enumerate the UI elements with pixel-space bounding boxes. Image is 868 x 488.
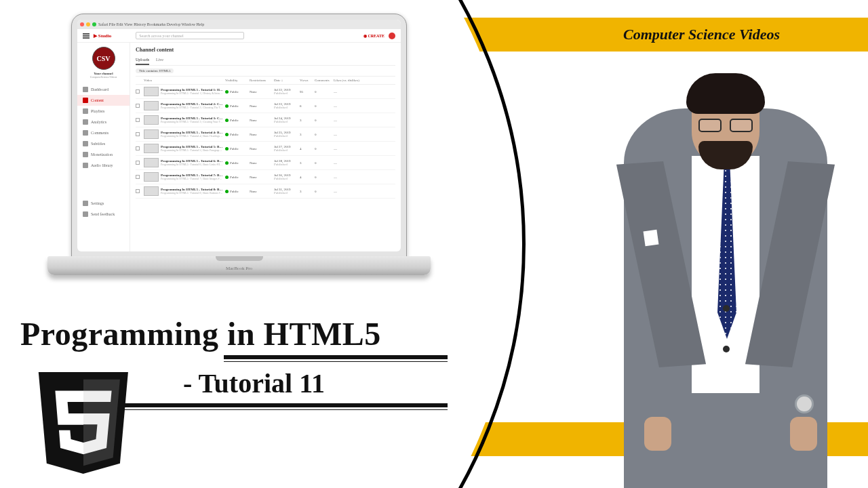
nav-analytics[interactable]: Analytics [77,117,130,127]
comments-cell: 0 [315,161,334,165]
filter-chip[interactable]: Title contains: HTML5 [136,68,174,73]
visibility-cell[interactable]: Public [225,176,250,179]
analytics-icon [83,119,88,125]
hamburger-icon[interactable] [83,33,90,39]
nav-label: Monetization [91,152,113,157]
col-views[interactable]: Views [300,79,315,82]
table-row[interactable]: Programming In HTML5 - Tutorial 8: Basic… [136,184,395,199]
views-cell: 4 [300,176,315,179]
table-row[interactable]: Programming In HTML5 - Tutorial 7: Basic… [136,170,395,184]
row-checkbox[interactable] [136,132,140,136]
row-checkbox[interactable] [136,89,140,94]
audio-icon [83,163,88,168]
col-likes[interactable]: Likes (vs. dislikes) [334,79,361,82]
video-thumbnail[interactable] [144,158,159,167]
nav-subtitles[interactable]: Subtitles [77,138,130,149]
table-row[interactable]: Programming In HTML5 - Tutorial 6: Basic… [136,156,395,170]
row-checkbox[interactable] [136,146,140,150]
table-row[interactable]: Programming In HTML5 - Tutorial 4: Basic… [136,127,395,142]
create-button[interactable]: ◉ CREATE [363,33,384,38]
table-row[interactable]: Programming In HTML5 - Tutorial 1: Histo… [136,85,395,99]
row-checkbox[interactable] [136,189,140,193]
tab-uploads[interactable]: Uploads [136,56,149,65]
laptop-mockup: Safari File Edit View History Bookmarks … [47,14,431,291]
brand-title: Computer Science Videos [623,26,780,43]
comments-cell: 0 [315,147,334,150]
feedback-icon [83,211,88,217]
nav-feedback[interactable]: Send feedback [77,209,130,220]
studio-sidebar: CSV Your channel ComputerScienceVideos D… [77,43,130,251]
views-cell: 95 [300,90,315,94]
likes-cell: — [334,133,361,136]
table-row[interactable]: Programming In HTML5 - Tutorial 2: Choos… [136,99,395,113]
visibility-cell[interactable]: Public [225,104,250,108]
visibility-cell[interactable]: Public [225,147,250,150]
video-description: Programming In HTML5 · Tutorial 1 | Hist… [161,92,223,95]
likes-cell: — [334,104,361,108]
laptop-model-label: MacBook Pro [47,266,431,271]
nav-audio-library[interactable]: Audio library [77,160,130,171]
video-thumbnail[interactable] [144,115,159,125]
row-checkbox[interactable] [136,175,140,179]
playlists-icon [83,108,88,114]
column-headers: Video Visibility Restrictions Date ↓ Vie… [136,77,395,85]
col-video[interactable]: Video [144,79,225,82]
date-cell: Jul 27, 2019Published [274,145,300,152]
date-cell: Jul 25, 2019Published [274,131,300,138]
channel-logo[interactable]: CSV [92,47,115,70]
video-thumbnail[interactable] [144,87,159,96]
comments-cell: 0 [315,119,334,122]
views-cell: 4 [300,147,315,150]
views-cell: 3 [300,161,315,165]
thumbnail-subtitle: - Tutorial 11 [183,367,454,399]
video-description: Programming In HTML5 · Tutorial 4 | Basi… [161,134,223,138]
nav-comments[interactable]: Comments [77,127,130,138]
video-description: Programming In HTML5 · Tutorial 8 | Basi… [161,191,223,195]
views-cell: 6 [300,104,315,108]
video-thumbnail[interactable] [144,129,159,139]
video-description: Programming In HTML5 · Tutorial 5 | Basi… [161,148,223,152]
nav-content[interactable]: Content [77,95,130,106]
row-checkbox[interactable] [136,118,140,122]
visibility-cell[interactable]: Public [225,190,250,193]
table-row[interactable]: Programming In HTML5 - Tutorial 5: Basic… [136,142,395,156]
tab-live[interactable]: Live [156,56,163,65]
row-checkbox[interactable] [136,161,140,165]
account-avatar[interactable] [389,33,395,39]
restrictions-cell: None [250,133,274,136]
monetization-icon [83,152,88,157]
video-thumbnail[interactable] [144,172,159,182]
visibility-cell[interactable]: Public [225,133,250,136]
col-restrictions[interactable]: Restrictions [250,79,274,82]
nav-dashboard[interactable]: Dashboard [77,84,130,95]
visibility-cell[interactable]: Public [225,90,250,94]
row-checkbox[interactable] [136,104,140,108]
col-visibility[interactable]: Visibility [225,79,250,82]
video-description: Programming In HTML5 · Tutorial 6 | Basi… [161,163,223,166]
date-cell: Jul 22, 2019Published [274,88,300,95]
public-icon [225,161,229,165]
divider [224,355,448,362]
likes-cell: — [334,161,361,165]
html5-shield-icon [33,366,134,480]
nav-playlists[interactable]: Playlists [77,106,130,117]
visibility-cell[interactable]: Public [225,161,250,165]
date-cell: Jul 23, 2019Published [274,102,300,109]
search-input[interactable]: Search across your channel [136,32,244,39]
video-thumbnail[interactable] [144,101,159,110]
nav-label: Comments [91,131,108,135]
nav-settings[interactable]: Settings [77,198,130,209]
video-thumbnail[interactable] [144,144,159,153]
visibility-cell[interactable]: Public [225,119,250,122]
youtube-studio-logo[interactable]: ▶ Studio [94,33,111,39]
col-date[interactable]: Date ↓ [274,79,300,82]
date-cell: Jul 31, 2019Published [274,188,300,195]
filter-row[interactable]: Title contains: HTML5 [136,66,395,77]
nav-monetization[interactable]: Monetization [77,149,130,160]
channel-handle: ComputerScienceVideos [77,75,130,79]
video-thumbnail[interactable] [144,186,159,196]
presenter-figure [597,54,854,488]
table-row[interactable]: Programming In HTML5 - Tutorial 3: Creat… [136,113,395,127]
col-comments[interactable]: Comments [315,79,334,82]
date-cell: Jul 30, 2019Published [274,174,300,180]
